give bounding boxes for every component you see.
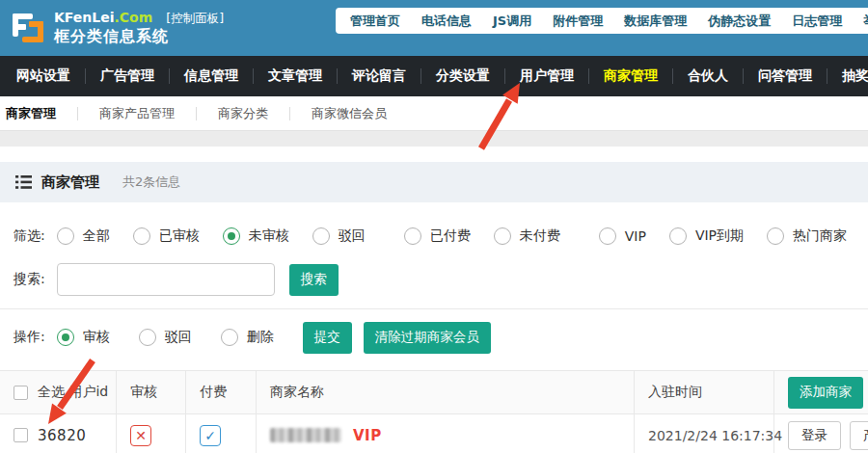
filter-option-approved[interactable]: 已审核	[133, 227, 200, 245]
login-button[interactable]: 登录	[788, 421, 841, 450]
top-menu-item-database[interactable]: 数据库管理	[613, 13, 697, 30]
list-icon	[15, 175, 32, 189]
system-name: 框分类信息系统	[54, 27, 224, 46]
search-row: 搜索: 搜索	[0, 262, 868, 297]
radio-icon	[133, 227, 150, 245]
top-menu-item-rewrite[interactable]: 伪静态设置	[697, 13, 781, 30]
search-input[interactable]	[57, 263, 275, 296]
nav-ad-管理[interactable]: 广告管理	[86, 67, 169, 85]
radio-icon	[312, 227, 330, 245]
vip-badge: VIP	[353, 427, 382, 444]
subnav-merchant-categories[interactable]: 商家分类	[197, 105, 289, 122]
subnav-merchant-manage[interactable]: 商家管理	[4, 105, 77, 122]
filter-label: 筛选:	[14, 227, 45, 245]
top-menu-item-phone[interactable]: 电话信息	[411, 13, 482, 30]
filter-option-paid[interactable]: 已付费	[404, 227, 471, 245]
nav-articles[interactable]: 文章管理	[254, 67, 337, 85]
filter-option-vip[interactable]: VIP	[599, 227, 646, 245]
radio-icon	[221, 329, 238, 346]
join-time: 2021/2/24 16:17:34	[648, 428, 782, 443]
table-header-row: 全选 用户id 审核 付费 商家名称 入驻时间 添加商家	[0, 371, 868, 414]
op-option-audit[interactable]: 审核	[57, 329, 110, 346]
nav-categories[interactable]: 分类设置	[421, 67, 504, 85]
nav-lottery[interactable]: 抽奖活动	[827, 67, 868, 85]
logo: KFenLei.Com[控制面板] 框分类信息系统	[10, 10, 224, 46]
nav-site-settings[interactable]: 网站设置	[2, 67, 85, 85]
brand-logo-icon	[10, 10, 46, 46]
top-menu-item-attachment[interactable]: 附件管理	[542, 13, 613, 30]
subnav-merchant-wechat-members[interactable]: 商家微信会员	[290, 105, 408, 122]
x-icon: ✕	[130, 425, 151, 446]
top-menu: 管理首页 电话信息 JS调用 附件管理 数据库管理 伪静态设置 日志管理 举报管…	[336, 8, 868, 34]
top-menu-item-home[interactable]: 管理首页	[339, 13, 411, 30]
clear-expired-button[interactable]: 清除过期商家会员	[364, 322, 491, 354]
nav-merchants[interactable]: 商家管理	[589, 67, 672, 85]
radio-icon	[57, 227, 74, 245]
brand-name: KFenLei.Com[控制面板]	[54, 10, 224, 27]
filter-option-hot[interactable]: 热门商家	[767, 227, 847, 245]
subnav-merchant-products[interactable]: 商家产品管理	[78, 105, 196, 122]
masked-merchant-name	[270, 428, 341, 442]
add-merchant-button[interactable]: 添加商家	[788, 377, 863, 409]
search-label: 搜索:	[14, 271, 45, 288]
col-header-paid: 付费	[200, 384, 227, 401]
nav-users[interactable]: 用户管理	[505, 67, 588, 85]
brand-suffix: .Com	[115, 10, 153, 25]
section-header: 商家管理 共2条信息	[0, 162, 868, 202]
submit-button[interactable]: 提交	[303, 322, 352, 354]
select-all-checkbox[interactable]	[14, 386, 28, 400]
filter-option-all[interactable]: 全部	[57, 227, 110, 245]
nav-comments[interactable]: 评论留言	[338, 67, 420, 85]
page-gap	[0, 131, 868, 147]
filter-option-rejected[interactable]: 驳回	[312, 227, 366, 245]
radio-icon	[767, 227, 784, 245]
row-checkbox[interactable]	[14, 428, 28, 442]
operation-label: 操作:	[14, 329, 45, 346]
app-header: KFenLei.Com[控制面板] 框分类信息系统 管理首页 电话信息 JS调用…	[0, 0, 868, 56]
top-menu-item-logs[interactable]: 日志管理	[781, 13, 853, 30]
user-id: 36820	[38, 427, 86, 444]
top-menu-item-js[interactable]: JS调用	[482, 13, 542, 30]
product-manage-button[interactable]: 产品管理	[850, 421, 868, 450]
check-icon: ✓	[200, 425, 221, 446]
op-option-delete[interactable]: 删除	[221, 329, 274, 346]
radio-icon	[494, 227, 511, 245]
op-option-reject[interactable]: 驳回	[139, 329, 192, 346]
radio-icon	[404, 227, 421, 245]
top-menu-item-report[interactable]: 举报管理	[853, 13, 868, 30]
page-title: 商家管理	[41, 173, 99, 192]
content-area: 筛选: 全部 已审核 未审核 驳回 已付费 未付费 VIP VIP到期 热门商家…	[0, 218, 868, 453]
radio-icon	[139, 329, 156, 346]
col-header-audit: 审核	[130, 384, 157, 401]
main-nav: 网站设置 广告管理 信息管理 文章管理 评论留言 分类设置 用户管理 商家管理 …	[0, 56, 868, 96]
operation-row: 操作: 审核 驳回 删除 提交 清除过期商家会员	[0, 320, 868, 355]
nav-info[interactable]: 信息管理	[170, 67, 253, 85]
filter-option-vip-expired[interactable]: VIP到期	[669, 227, 744, 245]
radio-icon	[599, 227, 616, 245]
col-header-userid: 全选 用户id	[38, 384, 108, 401]
filter-option-unpaid[interactable]: 未付费	[494, 227, 560, 245]
panel-tag: [控制面板]	[166, 11, 224, 25]
search-button[interactable]: 搜索	[289, 264, 339, 296]
page-gap	[0, 147, 868, 162]
divider	[0, 308, 868, 309]
nav-partners[interactable]: 合伙人	[673, 67, 743, 85]
merchant-table: 全选 用户id 审核 付费 商家名称 入驻时间 添加商家 36820 ✕ ✓ V…	[0, 370, 868, 453]
brand-text: KFenLei	[54, 10, 115, 25]
col-header-time: 入驻时间	[648, 384, 702, 401]
filter-option-unapproved[interactable]: 未审核	[223, 227, 289, 245]
radio-icon-checked	[223, 227, 240, 245]
table-row: 36820 ✕ ✓ VIP 2021/2/24 16:17:34 登录产品管理	[0, 414, 868, 453]
radio-icon-checked	[57, 329, 74, 346]
radio-icon	[669, 227, 687, 245]
sub-nav: 商家管理 商家产品管理 商家分类 商家微信会员	[0, 96, 868, 131]
record-count: 共2条信息	[122, 173, 180, 191]
col-header-name: 商家名称	[270, 384, 324, 401]
filter-row: 筛选: 全部 已审核 未审核 驳回 已付费 未付费 VIP VIP到期 热门商家	[0, 218, 868, 254]
nav-qa[interactable]: 问答管理	[744, 67, 827, 85]
